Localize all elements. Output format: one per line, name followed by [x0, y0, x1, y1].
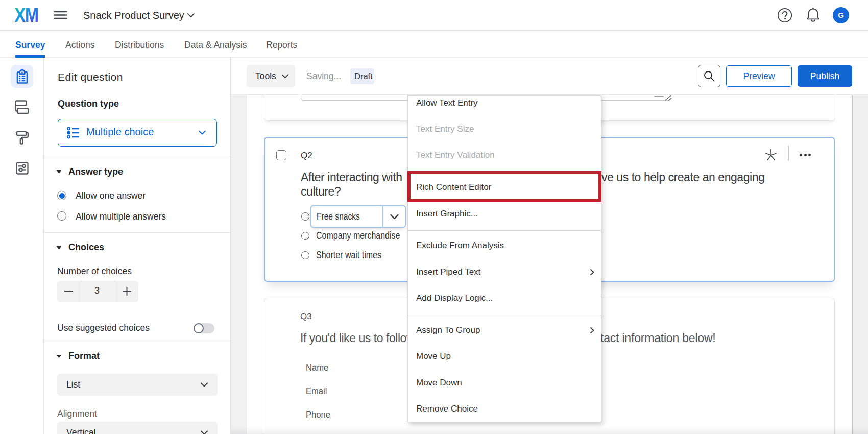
svg-text:XM: XM: [15, 7, 38, 23]
